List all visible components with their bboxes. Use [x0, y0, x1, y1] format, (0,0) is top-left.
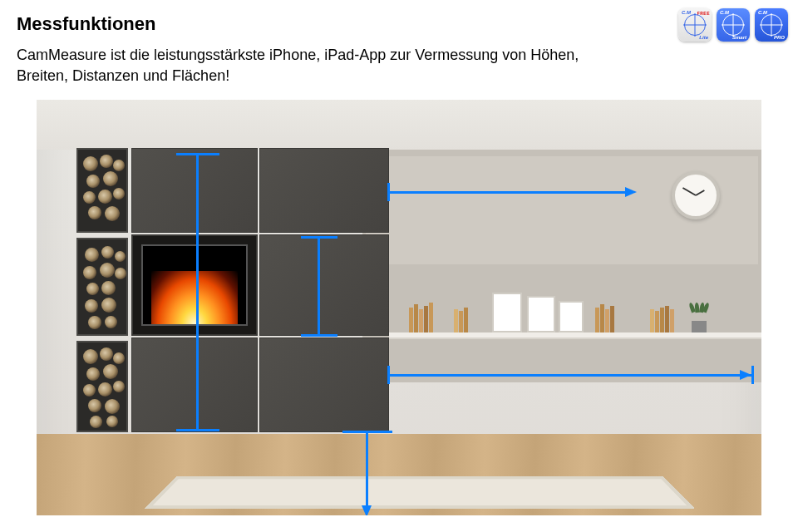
rug	[145, 477, 695, 510]
shelf-items	[402, 281, 745, 332]
app-icon-smart[interactable]: C.M Smart	[717, 8, 750, 42]
tile	[259, 234, 389, 336]
photo-frame	[527, 296, 555, 332]
photo-frame	[559, 301, 584, 332]
wall-clock-icon	[672, 171, 720, 219]
ceiling	[37, 100, 761, 150]
app-icon-lite[interactable]: C.M FREE Lite	[678, 8, 712, 42]
app-icon-row: C.M FREE Lite C.M Smart C.M PRO	[678, 8, 788, 42]
page-title: Messfunktionen	[17, 13, 781, 35]
photo-frame	[492, 293, 522, 332]
firebox	[131, 234, 258, 336]
room-scene	[37, 100, 761, 515]
app-icon-pro[interactable]: C.M PRO	[755, 8, 788, 42]
plant-icon	[692, 321, 707, 332]
tile	[131, 337, 258, 432]
icon-variant: PRO	[774, 35, 785, 40]
fire-icon	[151, 271, 238, 324]
crosshair-icon	[722, 14, 744, 36]
tile	[259, 337, 389, 432]
page-subtitle: CamMeasure ist die leistungsstärkste iPh…	[17, 45, 615, 86]
icon-brand: C.M	[720, 10, 729, 15]
log-compartment	[76, 341, 128, 432]
tile	[131, 148, 258, 233]
crosshair-icon	[684, 14, 706, 36]
header: Messfunktionen CamMeasure ist die leistu…	[0, 0, 798, 93]
icon-variant: Lite	[699, 35, 708, 40]
wall-shelf	[389, 332, 761, 339]
icon-brand: C.M	[758, 10, 767, 15]
icon-variant: Smart	[732, 35, 746, 40]
fireplace-tiles	[131, 148, 389, 434]
crosshair-icon	[761, 14, 782, 36]
log-compartment	[76, 238, 128, 336]
log-compartment	[76, 148, 128, 233]
fire-chamber	[141, 244, 248, 326]
log-storage-column	[76, 148, 128, 434]
icon-brand: C.M	[682, 10, 691, 15]
fireplace-unit	[76, 148, 389, 434]
tile	[259, 148, 389, 233]
